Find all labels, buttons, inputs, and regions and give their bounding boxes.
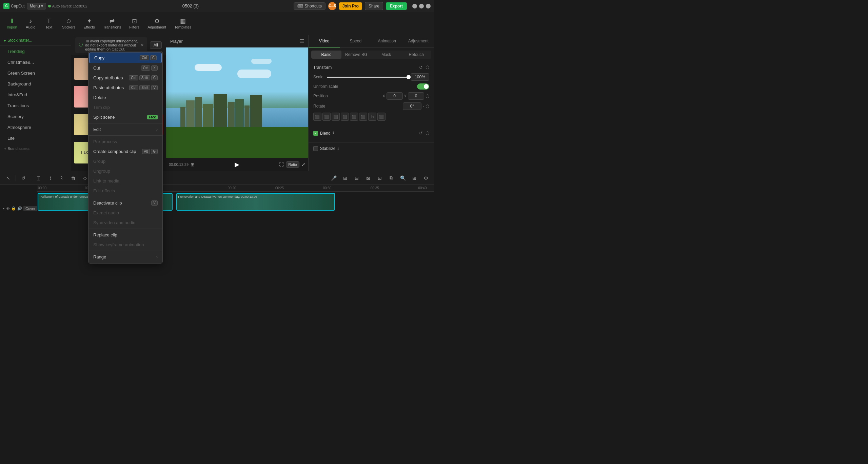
tab-speed[interactable]: Speed	[340, 35, 372, 47]
zoom-slider[interactable]: ⊞	[410, 173, 419, 183]
ratio-button[interactable]: Ratio	[286, 161, 299, 168]
split-left-icon[interactable]: ⌇	[45, 173, 55, 183]
track-eye-icon[interactable]: 👁	[6, 205, 10, 212]
rotate-input[interactable]	[403, 102, 421, 110]
sub-tab-basic[interactable]: Basic	[311, 51, 341, 59]
play-button[interactable]: ▶	[235, 161, 239, 168]
notice-close-button[interactable]: ✕	[141, 43, 144, 47]
close-button[interactable]	[426, 4, 431, 8]
align-in-icon[interactable]: in	[368, 113, 376, 121]
link-transform-icon[interactable]: ⬡	[426, 65, 429, 70]
toolbar-effects[interactable]: ✦ Effects	[80, 16, 98, 31]
maximize-button[interactable]	[419, 4, 424, 8]
zoom-out-icon[interactable]: 🔍	[398, 173, 408, 183]
sidebar-item-christmas[interactable]: Christmas&...	[2, 57, 69, 67]
ctx-split-scene[interactable]: Split scene Free	[88, 112, 162, 122]
scale-slider[interactable]	[327, 77, 411, 78]
link-blend-icon[interactable]: ⬡	[426, 131, 429, 136]
toolbar-audio[interactable]: ♪ Audio	[22, 16, 39, 31]
sidebar-item-intro-end[interactable]: Intro&End	[2, 90, 69, 100]
align-top-icon[interactable]: ⬛	[341, 113, 349, 121]
ctx-cut[interactable]: Cut Ctrl X	[88, 63, 162, 73]
uniform-scale-toggle[interactable]	[417, 83, 429, 90]
split-right-icon[interactable]: ⌇	[57, 173, 66, 183]
align-center-v-icon[interactable]: ⬛	[350, 113, 358, 121]
ctx-deactivate[interactable]: Deactivate clip V	[88, 198, 162, 208]
track-arrow-icon[interactable]: ▸	[3, 205, 5, 212]
sidebar-item-atmosphere[interactable]: Atmosphere	[2, 122, 69, 133]
blend-checkbox[interactable]: ✓	[313, 131, 318, 136]
ctx-copy-attributes[interactable]: Copy attributes Ctrl Shift C	[88, 73, 162, 83]
ctx-edit[interactable]: Edit ›	[88, 124, 162, 134]
scale-thumb[interactable]	[407, 75, 411, 79]
align-bottom-icon[interactable]: ⬛	[359, 113, 367, 121]
link-position-icon[interactable]: ⬡	[426, 94, 429, 99]
ctx-copy[interactable]: Copy Ctrl C	[89, 53, 162, 63]
sidebar-item-scenery[interactable]: Scenery	[2, 111, 69, 122]
grid-icon[interactable]: ⊞	[191, 162, 195, 167]
toolbar-stickers[interactable]: ☺ Stickers	[59, 16, 79, 31]
toolbar-transitions[interactable]: ⇌ Transitions	[100, 16, 124, 31]
menu-button[interactable]: Menu ▾	[27, 3, 46, 9]
join-pro-button[interactable]: Join Pro	[339, 2, 362, 10]
expand-icon[interactable]: ⤢	[301, 162, 305, 167]
ctx-replace-clip[interactable]: Replace clip	[88, 230, 162, 232]
tab-video[interactable]: Video	[309, 35, 340, 47]
player-menu-icon[interactable]: ☰	[299, 38, 304, 44]
tab-adjustment[interactable]: Adjustment	[403, 35, 434, 47]
toolbar-import[interactable]: ⬇ Import	[3, 16, 21, 31]
minimize-button[interactable]	[412, 4, 417, 8]
split-icon[interactable]: ⌶	[34, 173, 43, 183]
delete-clip-icon[interactable]: 🗑	[68, 173, 78, 183]
align-left-icon[interactable]: ⬛	[313, 113, 321, 121]
toolbar-templates[interactable]: ▦ Templates	[171, 16, 195, 31]
copy-clip-icon[interactable]: ⧉	[387, 173, 396, 183]
link-clips-icon[interactable]: ⊞	[340, 173, 350, 183]
all-filter-button[interactable]: All	[150, 41, 162, 49]
share-button[interactable]: Share	[365, 2, 383, 10]
sidebar-item-green-screen[interactable]: Green Screen	[2, 68, 69, 78]
track-mute-icon[interactable]: 🔊	[17, 205, 22, 212]
export-button[interactable]: Export	[386, 2, 407, 10]
stabilize-checkbox[interactable]	[313, 146, 318, 151]
stock-materials-header[interactable]: ▸ Stock mater...	[0, 35, 71, 46]
split-audio-icon[interactable]: ⊡	[375, 173, 384, 183]
mic-icon[interactable]: 🎤	[329, 173, 338, 183]
link-rotate-icon[interactable]: ⬡	[426, 104, 429, 109]
sub-tab-removebg[interactable]: Remove BG	[341, 51, 372, 59]
tab-animation[interactable]: Animation	[371, 35, 403, 47]
sidebar-item-background[interactable]: Background	[2, 79, 69, 89]
align-center-h-icon[interactable]: ⬛	[322, 113, 331, 121]
settings-icon[interactable]: ⚙	[421, 173, 431, 183]
brand-assets-section[interactable]: + Brand assets	[0, 144, 71, 153]
fullscreen-icon[interactable]: ⛶	[279, 162, 284, 167]
ctx-delete[interactable]: Delete	[88, 93, 162, 102]
toolbar-text[interactable]: T Text	[40, 16, 57, 31]
ctx-edit-effects: Edit effects	[88, 186, 162, 196]
ctx-paste-attributes[interactable]: Paste attributes Ctrl Shift V	[88, 83, 162, 93]
position-x-input[interactable]	[387, 92, 403, 100]
sidebar-item-trending[interactable]: Trending	[2, 46, 69, 57]
align-out-icon[interactable]: ⬛	[377, 113, 386, 121]
align-right-icon[interactable]: ⬛	[332, 113, 340, 121]
reset-blend-icon[interactable]: ↺	[419, 131, 423, 136]
track-lock-icon[interactable]: 🔒	[11, 205, 16, 212]
user-avatar[interactable]: C...5	[328, 2, 336, 10]
position-y-input[interactable]	[408, 92, 424, 100]
shortcuts-button[interactable]: ⌨ Shortcuts	[294, 2, 326, 10]
undo-button[interactable]: ↺	[19, 173, 28, 183]
scale-input[interactable]	[411, 73, 429, 81]
toolbar-adjustment[interactable]: ⚙ Adjustment	[144, 16, 170, 31]
reset-transform-icon[interactable]: ↺	[419, 65, 423, 70]
sidebar-item-life[interactable]: Life	[2, 133, 69, 143]
app-name: CapCut	[11, 4, 25, 8]
multitrack-icon[interactable]: ⊟	[352, 173, 361, 183]
toolbar-filters[interactable]: ⊡ Filters	[126, 16, 143, 31]
unlink-icon[interactable]: ⊠	[363, 173, 373, 183]
select-tool[interactable]: ↖	[3, 173, 13, 183]
sidebar-item-transitions[interactable]: Transitions	[2, 100, 69, 111]
sub-tab-retouch[interactable]: Retouch	[401, 51, 432, 59]
clip-2[interactable]: r renovation and Ottawa river on summer …	[176, 193, 335, 211]
ctx-compound-clip[interactable]: Create compound clip Alt G	[88, 147, 162, 156]
sub-tab-mask[interactable]: Mask	[371, 51, 401, 59]
